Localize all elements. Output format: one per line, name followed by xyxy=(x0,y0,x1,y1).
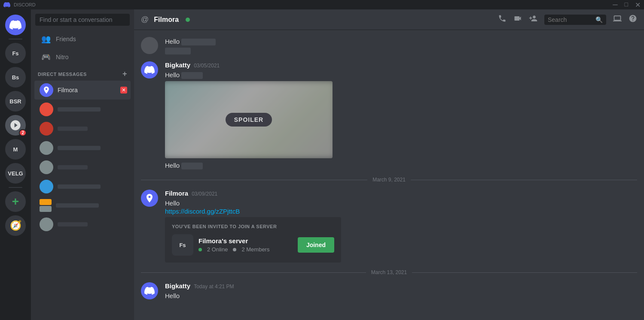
video-icon[interactable] xyxy=(513,14,522,25)
search-area xyxy=(31,9,134,30)
bigkatty-timestamp-1: 03/05/2021 xyxy=(194,63,220,69)
online-indicator xyxy=(198,248,202,251)
dm-item-7[interactable] xyxy=(34,196,131,214)
filmora-message-avatar xyxy=(141,190,158,207)
dm-avatar-6 xyxy=(40,180,53,193)
add-server-btn[interactable]: + xyxy=(5,191,26,212)
chat-messages: Hello Bigkatty 03/05/2021 xyxy=(134,30,644,320)
search-icon: 🔍 xyxy=(595,16,603,23)
search-input[interactable] xyxy=(35,14,130,26)
member-indicator xyxy=(233,248,236,251)
filmora-dm-name: Filmora xyxy=(58,87,116,94)
message-group-blurred-top: Hello xyxy=(141,37,637,54)
discord-home-btn[interactable] xyxy=(5,15,26,35)
avatar-blurred xyxy=(141,37,158,54)
dm-item-8[interactable] xyxy=(34,215,131,234)
dm-avatar-2 xyxy=(40,103,53,116)
message-group-bigkatty-1: Bigkatty 03/05/2021 Hello SPOILER xyxy=(141,61,637,170)
maximize-btn[interactable]: □ xyxy=(625,1,628,9)
bigkatty-avatar-2 xyxy=(141,282,158,299)
nitro-label: Nitro xyxy=(56,54,69,60)
online-status-dot xyxy=(186,18,190,22)
dm-close-filmora[interactable]: ✕ xyxy=(120,87,127,94)
add-friend-icon[interactable] xyxy=(529,14,537,25)
discord-logo-icon xyxy=(3,1,10,8)
spoiler-overlay: SPOILER xyxy=(165,81,333,158)
server-divider xyxy=(9,39,22,39)
invite-card-body: Fs Filmora's server 2 Online 2 Members xyxy=(172,234,334,256)
dm-item-6[interactable] xyxy=(34,177,131,196)
dm-section-title: DIRECT MESSAGES xyxy=(38,72,87,77)
blurred-text-2 xyxy=(165,48,191,54)
friends-nav-item[interactable]: 👥 Friends xyxy=(34,31,131,47)
blurred-extra xyxy=(181,163,203,169)
spoiler-reveal-btn[interactable]: SPOILER xyxy=(226,113,272,127)
server-icon-bs[interactable]: Bs xyxy=(5,67,26,88)
title-bar: DISCORD ─ □ ✕ xyxy=(0,0,644,9)
bigkatty-author-2: Bigkatty xyxy=(165,282,190,290)
window-controls: ─ □ ✕ xyxy=(613,1,641,9)
invite-server-icon: Fs xyxy=(172,234,193,256)
message-text-1: Hello xyxy=(165,37,637,46)
dm-item-3[interactable] xyxy=(34,119,131,138)
spoiler-image[interactable]: SPOILER xyxy=(165,81,333,158)
bigkatty-message-header-1: Bigkatty 03/05/2021 xyxy=(165,61,637,69)
dm-channel-icon: @ xyxy=(141,15,149,24)
bigkatty-message-header-2: Bigkatty Today at 4:21 PM xyxy=(165,282,637,290)
server-icon-m[interactable]: M xyxy=(5,139,26,160)
dm-item-4[interactable] xyxy=(34,139,131,157)
message-group-bigkatty-2: Bigkatty Today at 4:21 PM Hello xyxy=(141,282,637,300)
dm-name-blurred-5 xyxy=(58,165,88,169)
dm-avatar-3 xyxy=(40,122,53,136)
bigkatty-text-2: Hello xyxy=(165,291,637,300)
invite-server-name: Filmora's server xyxy=(198,237,293,245)
server-icon-velg[interactable]: VELG xyxy=(5,163,26,184)
friends-label: Friends xyxy=(56,36,76,42)
screen-share-icon[interactable] xyxy=(613,14,622,25)
help-icon[interactable] xyxy=(629,14,637,25)
date-divider-text-2: March 13, 2021 xyxy=(371,269,407,275)
invite-link[interactable]: https://discord.gg/zZPjttcB xyxy=(165,208,240,215)
app-title: DISCORD xyxy=(14,2,36,7)
blurred-inline xyxy=(181,72,203,79)
dm-name-blurred-8 xyxy=(58,222,88,226)
dm-section-header: DIRECT MESSAGES + xyxy=(31,66,134,80)
dm-list: Filmora ✕ xyxy=(31,80,134,320)
message-content-blurred: Hello xyxy=(165,37,637,54)
bigkatty-author-1: Bigkatty xyxy=(165,61,190,69)
server-icon-fs[interactable]: Fs xyxy=(5,43,26,63)
blurred-text-1 xyxy=(181,39,216,45)
chat-search-input[interactable] xyxy=(548,16,593,23)
phone-icon[interactable] xyxy=(498,14,507,25)
filmora-message-content: Filmora 03/09/2021 Hello https://discord… xyxy=(165,190,637,263)
dm-name-blurred-4 xyxy=(58,146,101,150)
bigkatty-extra-text: Hello xyxy=(165,161,637,170)
dm-name-blurred-3 xyxy=(58,127,88,131)
nitro-nav-item[interactable]: 🎮 Nitro xyxy=(34,49,131,65)
close-btn[interactable]: ✕ xyxy=(635,1,641,9)
dm-avatar-5 xyxy=(40,160,53,174)
dm-name-blurred-2 xyxy=(58,107,101,112)
online-count: 2 Online xyxy=(207,246,228,253)
filmora-timestamp: 03/09/2021 xyxy=(192,191,217,197)
search-box: 🔍 xyxy=(544,15,606,25)
explore-servers-btn[interactable]: 🧭 xyxy=(5,215,26,236)
server-icon-server4[interactable]: 2 xyxy=(5,115,26,136)
nitro-icon: 🎮 xyxy=(41,52,51,62)
dm-item-2[interactable] xyxy=(34,100,131,119)
dm-name-blurred-7 xyxy=(56,203,99,208)
dm-item-filmora[interactable]: Filmora ✕ xyxy=(34,81,131,100)
minimize-btn[interactable]: ─ xyxy=(613,1,617,9)
chat-title: Filmora xyxy=(154,16,179,24)
chat-area: @ Filmora 🔍 xyxy=(134,9,644,320)
dm-add-btn[interactable]: + xyxy=(122,69,127,78)
bigkatty-message-content-2: Bigkatty Today at 4:21 PM Hello xyxy=(165,282,637,300)
chat-header: @ Filmora 🔍 xyxy=(134,9,644,30)
dm-item-5[interactable] xyxy=(34,158,131,177)
dm-avatar-8 xyxy=(40,217,53,231)
date-divider-text-1: March 9, 2021 xyxy=(372,177,406,183)
filmora-message-header: Filmora 03/09/2021 xyxy=(165,190,637,197)
invite-card-title: YOU'VE BEEN INVITED TO JOIN A SERVER xyxy=(172,224,334,229)
join-server-btn[interactable]: Joined xyxy=(298,237,334,253)
server-icon-bsr[interactable]: BSR xyxy=(5,91,26,112)
